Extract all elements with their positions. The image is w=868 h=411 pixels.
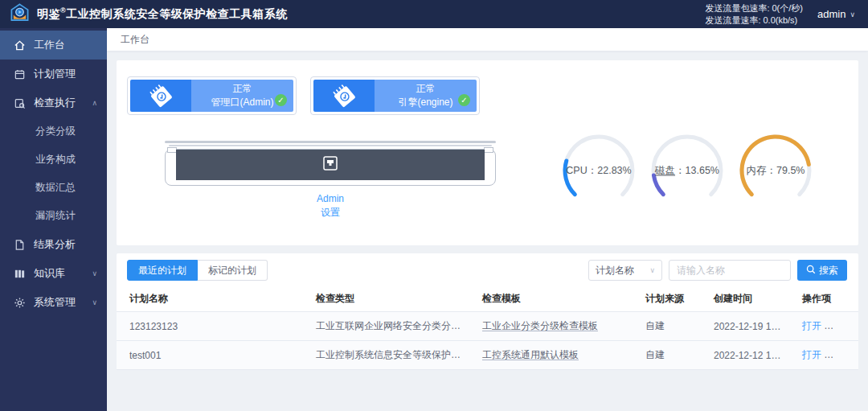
table-row: 123123123 工业互联网企业网络安全分类分级检查 工业企业分类分级检查模板…	[117, 312, 858, 341]
admin-link[interactable]: Admin	[165, 192, 496, 206]
memory-gauge: 内存：79.5%	[737, 132, 814, 209]
plans-panel: 最近的计划 标记的计划 计划名称 ∨ 搜索	[117, 253, 858, 364]
sidebar-item-label: 计划管理	[34, 67, 76, 81]
status-panel: 正常 管理口(Admin) ✓	[117, 60, 858, 245]
cell-plan-name: 123123123	[117, 312, 303, 341]
cell-plan-name: test001	[117, 341, 303, 370]
appliance-graphic: Admin 设置	[165, 141, 496, 220]
chevron-down-icon: ∨	[850, 10, 855, 18]
status-target: 引擎(engine)	[398, 96, 452, 109]
document-icon	[14, 239, 26, 251]
chevron-down-icon: ∨	[649, 266, 655, 274]
plan-icon	[14, 68, 26, 80]
sidebar-item-label: 系统管理	[34, 295, 76, 310]
app-title: 明鉴®工业控制系统安全等级保护检查工具箱系统	[37, 6, 288, 22]
sidebar-item-workbench[interactable]: 工作台	[0, 31, 107, 60]
inspect-icon	[14, 97, 26, 109]
user-menu[interactable]: admin ∨	[817, 8, 855, 20]
sidebar-subitem-business[interactable]: 业务构成	[0, 146, 107, 174]
sidebar-item-label: 知识库	[34, 266, 65, 281]
gear-icon	[14, 297, 26, 309]
chevron-down-icon: ∨	[92, 298, 97, 306]
cell-plan-source: 自建	[633, 312, 701, 341]
app-header: 明鉴®工业控制系统安全等级保护检查工具箱系统 发送流量包速率:0(个/秒) 发送…	[0, 0, 868, 28]
sidebar-item-label: 检查执行	[34, 96, 76, 110]
col-actions: 操作项	[789, 286, 858, 312]
sidebar-item-plan-management[interactable]: 计划管理	[0, 60, 107, 88]
notepad-check-icon	[313, 80, 375, 112]
traffic-stats: 发送流量包速率:0(个/秒) 发送流量速率:0.0(kb/s)	[705, 2, 803, 27]
cell-check-type: 工业控制系统信息安全等级保护检查	[303, 341, 469, 370]
col-check-type: 检查类型	[303, 286, 469, 312]
memory-gauge-label: 内存：79.5%	[747, 164, 805, 178]
username: admin	[817, 8, 845, 20]
appliance-top-rail-2	[169, 145, 492, 146]
settings-link[interactable]: 设置	[165, 206, 496, 220]
cell-check-template: 工业企业分类分级检查模板	[469, 312, 633, 341]
appliance-chassis	[165, 149, 496, 186]
table-row: test001 工业控制系统信息安全等级保护检查 工控系统通用默认模板 自建 2…	[117, 341, 858, 370]
home-icon	[14, 39, 26, 51]
cell-check-type: 工业互联网企业网络安全分类分级检查	[303, 312, 469, 341]
cell-plan-source: 自建	[633, 341, 701, 370]
mark-link[interactable]: 标记	[845, 349, 858, 360]
open-link[interactable]: 打开	[802, 349, 821, 360]
sidebar-item-inspection-exec[interactable]: 检查执行 ∧	[0, 88, 107, 117]
status-text: 正常	[416, 82, 436, 96]
sidebar-item-result-analysis[interactable]: 结果分析	[0, 230, 107, 259]
plan-name-select[interactable]: 计划名称 ∨	[588, 260, 662, 281]
col-plan-source: 计划来源	[633, 286, 701, 312]
col-check-template: 检查模板	[469, 286, 633, 312]
open-link[interactable]: 打开	[802, 320, 821, 331]
star-icon[interactable]: ☆	[834, 319, 844, 331]
sidebar-item-knowledge-base[interactable]: 知识库 ∨	[0, 259, 107, 288]
check-circle-icon: ✓	[275, 94, 287, 106]
sidebar-submenu: 分类分级 业务构成 数据汇总 漏洞统计	[0, 117, 107, 230]
table-header-row: 计划名称 检查类型 检查模板 计划来源 创建时间 操作项	[117, 286, 858, 312]
plans-table: 计划名称 检查类型 检查模板 计划来源 创建时间 操作项 123123123 工…	[117, 286, 858, 370]
cpu-gauge: CPU：22.83%	[560, 132, 637, 209]
tab-recent-plans[interactable]: 最近的计划	[127, 260, 198, 281]
status-text: 正常	[233, 82, 252, 96]
main-content: 工作台	[107, 28, 868, 411]
plan-search-input[interactable]	[669, 260, 791, 281]
cpu-gauge-label: CPU：22.83%	[566, 164, 631, 178]
status-target: 管理口(Admin)	[211, 96, 273, 109]
disk-gauge-label: 磁盘：13.65%	[655, 164, 719, 178]
status-card-admin-port[interactable]: 正常 管理口(Admin) ✓	[127, 76, 297, 115]
disk-gauge: 磁盘：13.65%	[649, 132, 726, 209]
status-card-engine[interactable]: 正常 引擎(engine) ✓	[310, 76, 480, 115]
appliance-faceplate	[176, 150, 485, 180]
cell-check-template: 工控系统通用默认模板	[469, 341, 633, 370]
appliance-top-rail	[165, 141, 496, 143]
chevron-down-icon: ∨	[92, 269, 97, 277]
search-icon	[806, 265, 816, 277]
cell-actions: 打开 ☆标记	[789, 341, 858, 370]
col-created-time: 创建时间	[701, 286, 789, 312]
cell-actions: 打开 ☆标记	[789, 312, 858, 341]
sidebar-subitem-classification[interactable]: 分类分级	[0, 117, 107, 146]
sidebar-subitem-vuln-stats[interactable]: 漏洞统计	[0, 202, 107, 230]
sidebar-item-system-management[interactable]: 系统管理 ∨	[0, 288, 107, 317]
ethernet-port-icon	[321, 154, 340, 176]
library-icon	[14, 268, 26, 280]
chevron-up-icon: ∧	[92, 99, 97, 107]
col-plan-name: 计划名称	[117, 286, 303, 312]
mark-link[interactable]: 标记	[845, 320, 858, 331]
notepad-check-icon	[130, 80, 191, 112]
app-logo-icon	[10, 2, 30, 26]
search-button[interactable]: 搜索	[797, 260, 847, 281]
cell-created-time: 2022-12-12 10:26:19	[701, 341, 789, 370]
cell-created-time: 2022-12-19 14:15:56	[701, 312, 789, 341]
sidebar: 工作台 计划管理 检查执行 ∧ 分类分级 业务构成 数据汇总 漏洞统计 结果分析…	[0, 28, 107, 411]
appliance-ear-right	[484, 147, 493, 153]
sidebar-subitem-data-summary[interactable]: 数据汇总	[0, 174, 107, 202]
sidebar-item-label: 结果分析	[34, 237, 76, 252]
check-circle-icon: ✓	[458, 94, 470, 106]
brand: 明鉴®工业控制系统安全等级保护检查工具箱系统	[10, 2, 288, 26]
breadcrumb: 工作台	[107, 28, 868, 51]
resource-gauges: CPU：22.83% 磁盘：13.65% 内存：79.5%	[560, 132, 814, 209]
star-icon[interactable]: ☆	[834, 348, 844, 360]
tab-marked-plans[interactable]: 标记的计划	[198, 260, 268, 281]
sidebar-item-label: 工作台	[34, 38, 65, 52]
